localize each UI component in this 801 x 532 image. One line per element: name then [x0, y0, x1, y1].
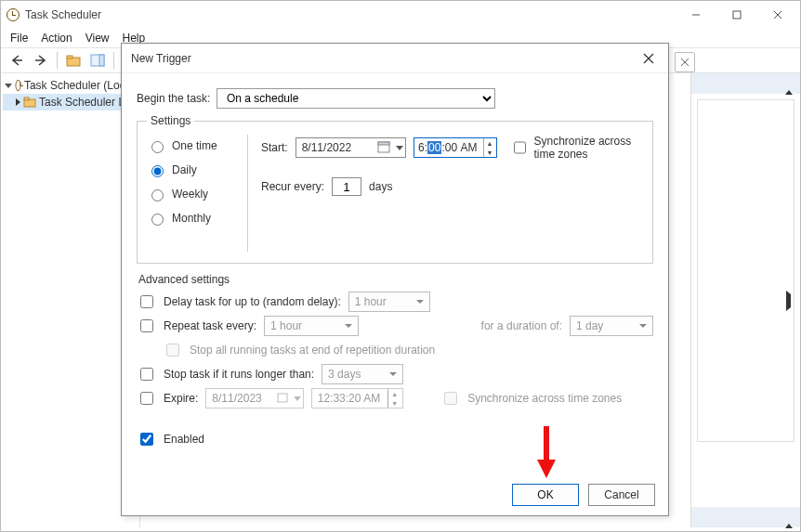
close-button[interactable] [757, 1, 798, 29]
svg-rect-11 [24, 97, 29, 100]
spin-down-icon[interactable]: ▼ [388, 398, 400, 408]
stop-all-checkbox [166, 344, 179, 357]
sync-tz-checkbox[interactable]: Synchronize across time zones [510, 135, 643, 161]
start-date-value: 8/11/2022 [302, 141, 351, 154]
sync-tz2-checkbox [444, 392, 457, 405]
recur-unit: days [369, 180, 392, 193]
calendar-icon[interactable] [277, 392, 288, 406]
clock-icon [16, 80, 21, 91]
time-minutes: 00 [427, 141, 441, 154]
cancel-button[interactable]: Cancel [588, 484, 655, 506]
nav-tree[interactable]: Task Scheduler (Local) Task Scheduler Li… [1, 73, 140, 527]
start-time-input[interactable]: 6:00:00 AM ▲ ▼ [414, 137, 496, 158]
begin-task-label: Begin the task: [137, 92, 217, 105]
delay-checkbox[interactable] [140, 295, 153, 308]
chevron-right-icon[interactable] [16, 98, 20, 106]
advanced-settings-label: Advanced settings [138, 273, 653, 286]
duration-select[interactable]: 1 day [570, 316, 653, 336]
expire-time-value: 12:33:20 AM [318, 392, 380, 405]
svg-marker-20 [537, 460, 556, 478]
svg-rect-1 [733, 11, 741, 19]
start-date-input[interactable]: 8/11/2022 [295, 137, 406, 158]
svg-rect-5 [67, 56, 72, 58]
svg-rect-18 [278, 394, 287, 402]
collapse-icon[interactable] [785, 77, 793, 90]
expire-date-value: 8/11/2023 [212, 392, 261, 405]
delay-label: Delay task for up to (random delay): [164, 295, 341, 308]
stop-if-select[interactable]: 3 days [322, 364, 403, 384]
radio-daily-label: Daily [172, 163, 197, 176]
spin-down-icon[interactable]: ▼ [484, 148, 496, 157]
settings-fieldset: Settings One time Daily Weekly Monthly S… [137, 114, 653, 264]
radio-weekly-label: Weekly [172, 188, 208, 201]
radio-one-time-label: One time [172, 139, 217, 152]
start-label: Start: [261, 141, 288, 154]
actions-group-header[interactable] [691, 73, 800, 94]
sync-tz-label: Synchronize across time zones [534, 135, 643, 161]
sync-tz2-label: Synchronize across time zones [467, 392, 622, 405]
radio-monthly[interactable]: Monthly [147, 211, 234, 226]
actions-pane [690, 73, 800, 527]
collapse-icon[interactable] [785, 511, 793, 524]
radio-monthly-label: Monthly [172, 212, 211, 225]
begin-task-select[interactable]: On a schedule [217, 88, 495, 109]
app-title: Task Scheduler [25, 8, 101, 21]
maximize-button[interactable] [716, 1, 757, 29]
time-spinner[interactable]: ▲ ▼ [483, 138, 496, 157]
back-button[interactable] [7, 50, 27, 71]
radio-one-time[interactable]: One time [147, 138, 234, 153]
titlebar: Task Scheduler [1, 1, 800, 29]
svg-rect-7 [99, 55, 104, 66]
stop-if-label: Stop task if it runs longer than: [164, 368, 314, 381]
new-trigger-dialog: New Trigger Begin the task: On a schedul… [121, 43, 669, 516]
stop-if-checkbox[interactable] [140, 368, 153, 381]
time-seconds: 00 [445, 141, 457, 154]
menu-action[interactable]: Action [41, 32, 72, 45]
repeat-label: Repeat task every: [164, 319, 256, 332]
tree-root[interactable]: Task Scheduler (Local) [3, 77, 138, 94]
spin-up-icon[interactable]: ▲ [484, 138, 496, 148]
recur-value-input[interactable] [332, 177, 361, 196]
expire-time-input[interactable]: 12:33:20 AM ▲ ▼ [311, 388, 403, 409]
expire-checkbox[interactable] [140, 392, 153, 405]
expire-label: Expire: [164, 392, 198, 405]
delay-select[interactable]: 1 hour [348, 292, 430, 312]
time-ampm: AM [461, 141, 478, 154]
spin-up-icon[interactable]: ▲ [388, 389, 400, 398]
recur-label: Recur every: [261, 180, 324, 193]
stop-all-label: Stop all running tasks at end of repetit… [190, 344, 435, 357]
minimize-button[interactable] [676, 1, 716, 29]
repeat-select[interactable]: 1 hour [264, 316, 359, 336]
radio-daily[interactable]: Daily [147, 162, 234, 177]
menu-view[interactable]: View [85, 32, 110, 45]
actions-spacer [697, 99, 794, 442]
scroll-right-icon[interactable] [786, 294, 791, 307]
expire-date-input[interactable]: 8/11/2023 [205, 388, 303, 409]
enabled-checkbox[interactable] [140, 433, 153, 446]
folder-icon [23, 97, 36, 108]
svg-rect-17 [378, 142, 389, 145]
annotation-arrow [535, 422, 558, 480]
actions-pane-icon[interactable] [87, 50, 108, 71]
dialog-close-button[interactable] [635, 47, 663, 70]
forward-button[interactable] [31, 50, 51, 71]
time-spinner[interactable]: ▲ ▼ [387, 389, 400, 408]
app-icon [7, 8, 20, 21]
time-hours: 6 [418, 141, 425, 154]
menu-file[interactable]: File [10, 32, 28, 45]
chevron-down-icon[interactable] [294, 396, 301, 401]
radio-weekly[interactable]: Weekly [147, 187, 234, 201]
enabled-label: Enabled [164, 433, 204, 446]
calendar-icon[interactable] [377, 140, 390, 156]
chevron-down-icon[interactable] [5, 84, 12, 88]
folder-icon[interactable] [63, 50, 84, 71]
ok-button[interactable]: OK [512, 484, 579, 506]
actions-group-header-2[interactable] [691, 507, 800, 527]
chevron-down-icon[interactable] [396, 146, 403, 150]
tree-library[interactable]: Task Scheduler Library [3, 94, 138, 110]
repeat-checkbox[interactable] [140, 319, 153, 332]
pane-close-button[interactable] [675, 52, 695, 72]
settings-legend: Settings [147, 114, 194, 127]
duration-label: for a duration of: [481, 319, 562, 332]
dialog-title: New Trigger [122, 44, 668, 73]
